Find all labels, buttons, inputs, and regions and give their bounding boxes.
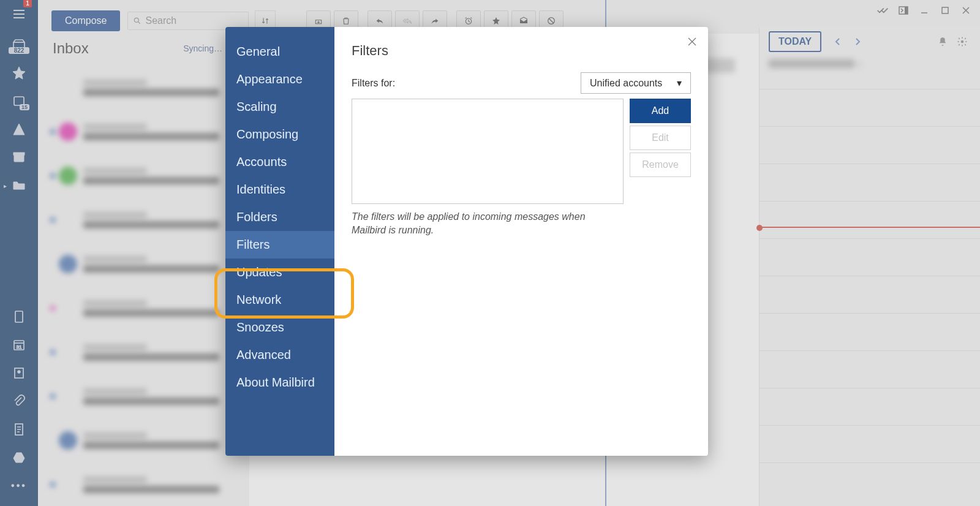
dropdown-value: Unified accounts: [590, 78, 662, 89]
remove-filter-button[interactable]: Remove: [630, 153, 691, 177]
settings-nav-composing[interactable]: Composing: [225, 121, 334, 148]
settings-nav-advanced[interactable]: Advanced: [225, 341, 334, 369]
settings-nav-filters[interactable]: Filters: [225, 231, 334, 259]
edit-filter-button[interactable]: Edit: [630, 126, 691, 150]
filters-note: The filters will be applied to incoming …: [352, 210, 615, 236]
filters-heading: Filters: [352, 43, 691, 59]
settings-nav-appearance[interactable]: Appearance: [225, 66, 334, 93]
filters-account-dropdown[interactable]: Unified accounts ▾: [581, 72, 691, 94]
settings-nav-general[interactable]: General: [225, 38, 334, 66]
close-icon[interactable]: [686, 36, 698, 48]
settings-nav-updates[interactable]: Updates: [225, 259, 334, 286]
filters-listbox[interactable]: [352, 99, 624, 204]
settings-nav-identities[interactable]: Identities: [225, 176, 334, 203]
settings-nav-folders[interactable]: Folders: [225, 203, 334, 231]
add-filter-button[interactable]: Add: [630, 99, 691, 123]
filters-for-label: Filters for:: [352, 78, 395, 89]
settings-nav-scaling[interactable]: Scaling: [225, 93, 334, 121]
settings-nav-snoozes[interactable]: Snoozes: [225, 314, 334, 341]
settings-dialog: General Appearance Scaling Composing Acc…: [225, 27, 708, 456]
settings-body: Filters Filters for: Unified accounts ▾ …: [334, 27, 708, 456]
settings-nav-about[interactable]: About Mailbird: [225, 369, 334, 396]
settings-nav-accounts[interactable]: Accounts: [225, 148, 334, 176]
settings-nav-network[interactable]: Network: [225, 286, 334, 314]
settings-nav: General Appearance Scaling Composing Acc…: [225, 27, 334, 456]
chevron-down-icon: ▾: [677, 77, 682, 89]
